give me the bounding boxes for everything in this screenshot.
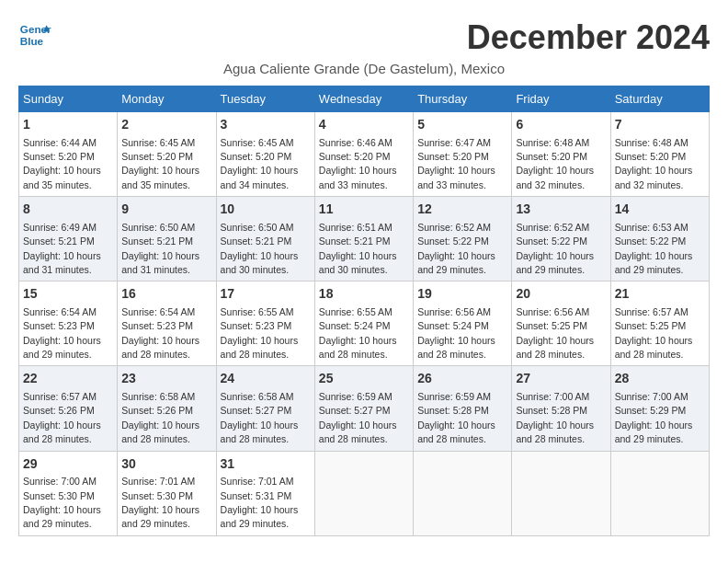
table-row: 14 Sunrise: 6:53 AMSunset: 5:22 PMDaylig… [610,197,709,282]
day-number: 8 [23,201,113,219]
day-number: 16 [121,285,211,304]
day-number: 9 [121,201,211,219]
table-row: 5 Sunrise: 6:47 AMSunset: 5:20 PMDayligh… [414,112,512,197]
day-info: Sunrise: 6:51 AMSunset: 5:21 PMDaylight:… [319,222,397,275]
day-number: 12 [417,201,507,219]
table-row: 27 Sunrise: 7:00 AMSunset: 5:28 PMDaylig… [512,366,610,451]
table-row: 3 Sunrise: 6:45 AMSunset: 5:20 PMDayligh… [216,112,314,197]
day-info: Sunrise: 6:48 AMSunset: 5:20 PMDaylight:… [516,137,594,190]
table-row: 7 Sunrise: 6:48 AMSunset: 5:20 PMDayligh… [610,112,709,197]
table-row [610,451,709,535]
day-number: 26 [417,370,507,388]
day-number: 24 [221,370,311,388]
day-number: 18 [319,285,409,304]
table-row: 6 Sunrise: 6:48 AMSunset: 5:20 PMDayligh… [512,112,610,197]
logo-icon: General Blue [18,18,51,52]
day-info: Sunrise: 6:57 AMSunset: 5:25 PMDaylight:… [615,306,693,360]
col-sunday: Sunday [19,86,118,112]
day-info: Sunrise: 6:58 AMSunset: 5:26 PMDaylight:… [121,391,199,444]
day-number: 22 [23,370,113,388]
day-info: Sunrise: 6:54 AMSunset: 5:23 PMDaylight:… [23,306,101,360]
subtitle: Agua Caliente Grande (De Gastelum), Mexi… [18,61,710,76]
day-info: Sunrise: 6:47 AMSunset: 5:20 PMDaylight:… [417,137,495,190]
col-wednesday: Wednesday [314,86,413,112]
day-info: Sunrise: 7:01 AMSunset: 5:30 PMDaylight:… [121,476,199,529]
table-row [414,451,512,535]
calendar-week-row: 1 Sunrise: 6:44 AMSunset: 5:20 PMDayligh… [19,112,710,197]
day-number: 23 [121,370,211,388]
calendar-header-row: Sunday Monday Tuesday Wednesday Thursday… [19,86,710,112]
table-row: 20 Sunrise: 6:56 AMSunset: 5:25 PMDaylig… [512,282,610,366]
day-info: Sunrise: 7:01 AMSunset: 5:31 PMDaylight:… [221,476,299,529]
day-info: Sunrise: 6:46 AMSunset: 5:20 PMDaylight:… [319,137,397,190]
day-info: Sunrise: 6:57 AMSunset: 5:26 PMDaylight:… [23,391,101,444]
table-row: 30 Sunrise: 7:01 AMSunset: 5:30 PMDaylig… [118,451,216,535]
day-info: Sunrise: 6:56 AMSunset: 5:24 PMDaylight:… [417,306,495,360]
day-info: Sunrise: 6:45 AMSunset: 5:20 PMDaylight:… [221,137,299,190]
table-row: 29 Sunrise: 7:00 AMSunset: 5:30 PMDaylig… [19,451,118,535]
day-number: 19 [417,285,507,304]
table-row: 9 Sunrise: 6:50 AMSunset: 5:21 PMDayligh… [118,197,216,282]
day-number: 17 [221,285,311,304]
table-row: 11 Sunrise: 6:51 AMSunset: 5:21 PMDaylig… [314,197,413,282]
day-number: 6 [516,116,606,134]
day-info: Sunrise: 6:45 AMSunset: 5:20 PMDaylight:… [121,137,199,190]
day-info: Sunrise: 6:52 AMSunset: 5:22 PMDaylight:… [516,222,594,275]
col-saturday: Saturday [610,86,709,112]
day-info: Sunrise: 7:00 AMSunset: 5:29 PMDaylight:… [615,391,693,444]
day-number: 2 [121,116,211,134]
table-row: 2 Sunrise: 6:45 AMSunset: 5:20 PMDayligh… [118,112,216,197]
day-number: 14 [615,201,705,219]
table-row: 26 Sunrise: 6:59 AMSunset: 5:28 PMDaylig… [414,366,512,451]
table-row: 10 Sunrise: 6:50 AMSunset: 5:21 PMDaylig… [216,197,314,282]
table-row: 13 Sunrise: 6:52 AMSunset: 5:22 PMDaylig… [512,197,610,282]
day-number: 30 [121,455,211,474]
col-monday: Monday [118,86,216,112]
table-row: 16 Sunrise: 6:54 AMSunset: 5:23 PMDaylig… [118,282,216,366]
table-row: 31 Sunrise: 7:01 AMSunset: 5:31 PMDaylig… [216,451,314,535]
table-row: 25 Sunrise: 6:59 AMSunset: 5:27 PMDaylig… [314,366,413,451]
day-info: Sunrise: 6:56 AMSunset: 5:25 PMDaylight:… [516,306,594,360]
table-row: 15 Sunrise: 6:54 AMSunset: 5:23 PMDaylig… [19,282,118,366]
table-row: 4 Sunrise: 6:46 AMSunset: 5:20 PMDayligh… [314,112,413,197]
day-number: 21 [615,285,705,304]
day-info: Sunrise: 6:50 AMSunset: 5:21 PMDaylight:… [121,222,199,275]
table-row: 12 Sunrise: 6:52 AMSunset: 5:22 PMDaylig… [414,197,512,282]
table-row: 19 Sunrise: 6:56 AMSunset: 5:24 PMDaylig… [414,282,512,366]
calendar-week-row: 22 Sunrise: 6:57 AMSunset: 5:26 PMDaylig… [19,366,710,451]
day-number: 4 [319,116,409,134]
table-row: 1 Sunrise: 6:44 AMSunset: 5:20 PMDayligh… [19,112,118,197]
day-info: Sunrise: 6:54 AMSunset: 5:23 PMDaylight:… [121,306,199,360]
day-info: Sunrise: 6:58 AMSunset: 5:27 PMDaylight:… [221,391,299,444]
logo: General Blue [18,18,51,52]
day-number: 31 [221,455,311,474]
calendar-week-row: 8 Sunrise: 6:49 AMSunset: 5:21 PMDayligh… [19,197,710,282]
day-number: 1 [23,116,113,134]
calendar-week-row: 15 Sunrise: 6:54 AMSunset: 5:23 PMDaylig… [19,282,710,366]
day-info: Sunrise: 6:59 AMSunset: 5:27 PMDaylight:… [319,391,397,444]
table-row: 17 Sunrise: 6:55 AMSunset: 5:23 PMDaylig… [216,282,314,366]
table-row: 22 Sunrise: 6:57 AMSunset: 5:26 PMDaylig… [19,366,118,451]
day-info: Sunrise: 7:00 AMSunset: 5:28 PMDaylight:… [516,391,594,444]
month-title: December 2024 [467,18,710,57]
day-number: 13 [516,201,606,219]
day-number: 11 [319,201,409,219]
day-number: 25 [319,370,409,388]
day-number: 27 [516,370,606,388]
page-container: General Blue December 2024 Agua Caliente… [18,18,710,536]
page-header: General Blue December 2024 [18,18,710,57]
table-row: 21 Sunrise: 6:57 AMSunset: 5:25 PMDaylig… [610,282,709,366]
table-row: 24 Sunrise: 6:58 AMSunset: 5:27 PMDaylig… [216,366,314,451]
day-info: Sunrise: 6:55 AMSunset: 5:23 PMDaylight:… [221,306,299,360]
table-row: 8 Sunrise: 6:49 AMSunset: 5:21 PMDayligh… [19,197,118,282]
day-number: 7 [615,116,705,134]
day-info: Sunrise: 6:50 AMSunset: 5:21 PMDaylight:… [221,222,299,275]
day-info: Sunrise: 6:48 AMSunset: 5:20 PMDaylight:… [615,137,693,190]
day-info: Sunrise: 6:53 AMSunset: 5:22 PMDaylight:… [615,222,693,275]
day-number: 29 [23,455,113,474]
calendar-week-row: 29 Sunrise: 7:00 AMSunset: 5:30 PMDaylig… [19,451,710,535]
day-info: Sunrise: 6:55 AMSunset: 5:24 PMDaylight:… [319,306,397,360]
day-number: 3 [221,116,311,134]
day-info: Sunrise: 7:00 AMSunset: 5:30 PMDaylight:… [23,476,101,529]
col-tuesday: Tuesday [216,86,314,112]
